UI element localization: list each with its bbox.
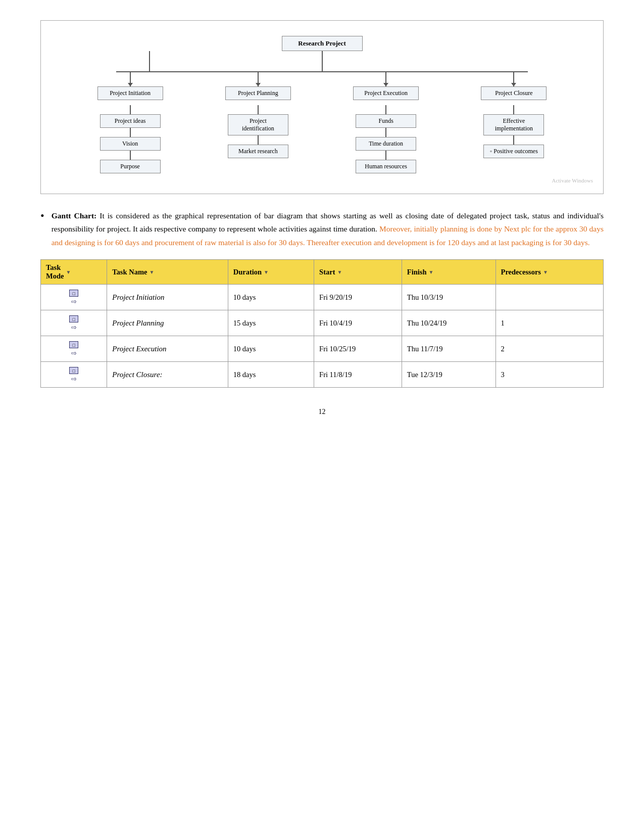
sort-arrow-finish: ▼ <box>429 269 434 275</box>
cell-mode: □⇨ <box>41 310 107 336</box>
center-vert <box>322 51 323 71</box>
header-planning: Project Planning <box>225 86 291 100</box>
cell-start: Fri 10/25/19 <box>314 336 402 362</box>
page-number: 12 <box>40 408 604 416</box>
cell-pred: 2 <box>496 336 603 362</box>
gantt-label: Gantt Chart: <box>52 211 97 220</box>
cell-start: Fri 10/4/19 <box>314 310 402 336</box>
org-root: Research Project <box>51 36 593 51</box>
cell-name: Project Initiation <box>107 285 228 310</box>
bullet-symbol: • <box>40 208 44 224</box>
th-predecessors: Predecessors ▼ <box>496 260 603 285</box>
children-planning: Project identification Market research <box>194 105 322 158</box>
header-closure: Project Closure <box>481 86 547 100</box>
table-body: □⇨Project Initiation10 daysFri 9/20/19Th… <box>41 285 604 388</box>
table-row: □⇨Project Planning15 daysFri 10/4/19Thu … <box>41 310 604 336</box>
root-drop <box>51 51 593 71</box>
th-task-name-label: Task Name <box>112 268 147 276</box>
conn6 <box>385 105 386 114</box>
th-duration-label: Duration <box>233 268 262 276</box>
cell-duration: 10 days <box>228 285 314 310</box>
conn3 <box>130 151 131 160</box>
header-initiation: Project Initiation <box>97 86 163 100</box>
conn2 <box>130 128 131 137</box>
cell-finish: Thu 10/3/19 <box>402 285 496 310</box>
child-time: Time duration <box>356 137 416 151</box>
cell-start: Fri 9/20/19 <box>314 285 402 310</box>
sort-arrow-start: ▼ <box>337 269 342 275</box>
drop-planning <box>258 71 259 86</box>
h-bar-row: Project Initiation Project ideas Vision … <box>51 71 593 173</box>
bullet-body: Gantt Chart: It is considered as the gra… <box>52 209 604 249</box>
th-start: Start ▼ <box>314 260 402 285</box>
col-execution: Project Execution Funds Time duration Hu… <box>322 71 450 173</box>
child-effective: Effective implementation <box>483 114 544 135</box>
cell-mode: □⇨ <box>41 336 107 362</box>
col-planning: Project Planning Project identification … <box>194 71 322 173</box>
cell-name: Project Closure: <box>107 362 228 388</box>
table-header-row: TaskMode ▼ Task Name ▼ Duration ▼ Start <box>41 260 604 285</box>
conn8 <box>385 151 386 160</box>
child-human: Human resources <box>356 160 416 173</box>
drop-execution <box>385 71 386 86</box>
cell-pred <box>496 285 603 310</box>
conn4 <box>258 105 259 114</box>
bullet-item-gantt: • Gantt Chart: It is considered as the g… <box>40 209 604 249</box>
conn7 <box>385 128 386 137</box>
cell-duration: 18 days <box>228 362 314 388</box>
th-finish: Finish ▼ <box>402 260 496 285</box>
child-purpose: Purpose <box>100 160 161 173</box>
th-start-label: Start <box>319 268 335 276</box>
drop-closure <box>513 71 514 86</box>
th-finish-label: Finish <box>407 268 427 276</box>
cell-mode: □⇨ <box>41 285 107 310</box>
cell-duration: 15 days <box>228 310 314 336</box>
table-row: □⇨Project Execution10 daysFri 10/25/19Th… <box>41 336 604 362</box>
cell-finish: Thu 10/24/19 <box>402 310 496 336</box>
cell-name: Project Planning <box>107 310 228 336</box>
child-funds: Funds <box>356 114 416 128</box>
sort-arrow-pred: ▼ <box>543 269 548 275</box>
conn9 <box>513 105 514 114</box>
page-number-value: 12 <box>319 408 326 415</box>
sort-arrow-duration: ▼ <box>264 269 269 275</box>
col-initiation: Project Initiation Project ideas Vision … <box>66 71 194 173</box>
conn5 <box>258 135 259 145</box>
children-execution: Funds Time duration Human resources <box>322 105 450 173</box>
children-initiation: Project ideas Vision Purpose <box>66 105 194 173</box>
child-market: Market research <box>228 145 288 158</box>
cell-pred: 1 <box>496 310 603 336</box>
table-row: □⇨Project Closure:18 daysFri 11/8/19Tue … <box>41 362 604 388</box>
th-task-mode: TaskMode ▼ <box>41 260 107 285</box>
child-ideas: Project ideas <box>100 114 161 128</box>
cell-finish: Thu 11/7/19 <box>402 336 496 362</box>
org-chart-container: Research Project Project Initiation Proj… <box>40 20 604 194</box>
sort-arrow-mode: ▼ <box>66 269 71 275</box>
th-pred-label: Predecessors <box>501 268 541 276</box>
th-duration: Duration ▼ <box>228 260 314 285</box>
child-positive: ◦ Positive outcomes <box>483 145 544 158</box>
left-stub-line <box>149 51 150 71</box>
th-task-mode-label: TaskMode <box>46 263 64 281</box>
gantt-table: TaskMode ▼ Task Name ▼ Duration ▼ Start <box>40 259 604 388</box>
children-closure: Effective implementation ◦ Positive outc… <box>450 105 578 158</box>
header-execution: Project Execution <box>353 86 419 100</box>
th-task-name: Task Name ▼ <box>107 260 228 285</box>
cell-pred: 3 <box>496 362 603 388</box>
sort-arrow-name: ▼ <box>149 269 154 275</box>
cell-finish: Tue 12/3/19 <box>402 362 496 388</box>
cell-start: Fri 11/8/19 <box>314 362 402 388</box>
child-vision: Vision <box>100 137 161 151</box>
root-node: Research Project <box>282 36 363 51</box>
table-row: □⇨Project Initiation10 daysFri 9/20/19Th… <box>41 285 604 310</box>
cell-duration: 10 days <box>228 336 314 362</box>
drop-initiation <box>130 71 131 86</box>
cell-name: Project Execution <box>107 336 228 362</box>
child-identification: Project identification <box>228 114 288 135</box>
conn10 <box>513 135 514 145</box>
bullet-section: • Gantt Chart: It is considered as the g… <box>40 209 604 249</box>
watermark: Activate Windows <box>51 177 593 183</box>
conn1 <box>130 105 131 114</box>
cell-mode: □⇨ <box>41 362 107 388</box>
col-closure: Project Closure Effective implementation… <box>450 71 578 173</box>
